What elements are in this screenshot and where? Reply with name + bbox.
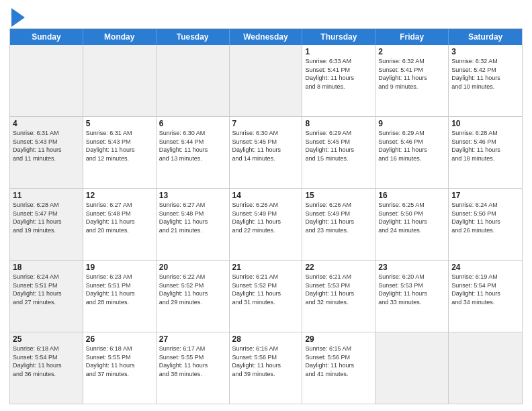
calendar-cell: 16Sunrise: 6:25 AM Sunset: 5:50 PM Dayli… [375, 189, 449, 260]
day-info: Sunrise: 6:25 AM Sunset: 5:50 PM Dayligh… [378, 201, 445, 234]
calendar-cell: 15Sunrise: 6:26 AM Sunset: 5:49 PM Dayli… [302, 189, 375, 260]
calendar-cell [375, 332, 449, 404]
calendar-cell: 28Sunrise: 6:16 AM Sunset: 5:56 PM Dayli… [230, 332, 303, 404]
day-info: Sunrise: 6:21 AM Sunset: 5:52 PM Dayligh… [232, 273, 300, 306]
calendar-cell [83, 45, 157, 116]
day-info: Sunrise: 6:32 AM Sunset: 5:41 PM Dayligh… [378, 57, 445, 91]
day-number: 8 [305, 119, 372, 128]
calendar-cell: 12Sunrise: 6:27 AM Sunset: 5:48 PM Dayli… [83, 189, 157, 260]
calendar-header-cell: Saturday [449, 29, 522, 45]
day-info: Sunrise: 6:23 AM Sunset: 5:51 PM Dayligh… [86, 273, 153, 306]
day-number: 10 [451, 119, 519, 128]
day-number: 20 [159, 263, 226, 272]
calendar-cell: 20Sunrise: 6:22 AM Sunset: 5:52 PM Dayli… [157, 261, 230, 332]
day-info: Sunrise: 6:17 AM Sunset: 5:55 PM Dayligh… [159, 345, 226, 378]
calendar-body: 1Sunrise: 6:33 AM Sunset: 5:41 PM Daylig… [10, 45, 522, 404]
calendar-cell: 2Sunrise: 6:32 AM Sunset: 5:41 PM Daylig… [375, 45, 449, 116]
day-number: 26 [86, 334, 153, 344]
day-info: Sunrise: 6:27 AM Sunset: 5:48 PM Dayligh… [86, 201, 153, 234]
calendar-cell: 13Sunrise: 6:27 AM Sunset: 5:48 PM Dayli… [157, 189, 230, 260]
day-info: Sunrise: 6:19 AM Sunset: 5:54 PM Dayligh… [451, 273, 519, 306]
logo-icon [11, 8, 25, 27]
day-number: 17 [451, 191, 519, 200]
calendar-header-cell: Sunday [10, 29, 83, 45]
day-info: Sunrise: 6:20 AM Sunset: 5:53 PM Dayligh… [378, 273, 445, 306]
day-info: Sunrise: 6:27 AM Sunset: 5:48 PM Dayligh… [159, 201, 226, 234]
calendar-header: SundayMondayTuesdayWednesdayThursdayFrid… [10, 29, 522, 45]
day-number: 23 [378, 263, 445, 272]
day-number: 24 [451, 263, 519, 272]
calendar-row: 1Sunrise: 6:33 AM Sunset: 5:41 PM Daylig… [10, 45, 522, 117]
day-info: Sunrise: 6:15 AM Sunset: 5:56 PM Dayligh… [305, 345, 372, 378]
calendar-cell: 29Sunrise: 6:15 AM Sunset: 5:56 PM Dayli… [302, 332, 375, 404]
page: SundayMondayTuesdayWednesdayThursdayFrid… [0, 0, 532, 411]
calendar-cell: 10Sunrise: 6:28 AM Sunset: 5:46 PM Dayli… [449, 117, 522, 188]
calendar-header-cell: Wednesday [230, 29, 303, 45]
day-info: Sunrise: 6:18 AM Sunset: 5:55 PM Dayligh… [86, 345, 153, 378]
calendar-header-cell: Monday [83, 29, 157, 45]
calendar-cell: 5Sunrise: 6:31 AM Sunset: 5:43 PM Daylig… [83, 117, 157, 188]
day-number: 29 [305, 334, 372, 344]
svg-marker-0 [11, 8, 25, 27]
calendar-cell: 27Sunrise: 6:17 AM Sunset: 5:55 PM Dayli… [157, 332, 230, 404]
day-number: 5 [86, 119, 153, 128]
day-info: Sunrise: 6:28 AM Sunset: 5:47 PM Dayligh… [13, 201, 80, 234]
day-number: 21 [232, 263, 300, 272]
day-number: 3 [451, 47, 519, 56]
calendar-cell: 17Sunrise: 6:24 AM Sunset: 5:50 PM Dayli… [449, 189, 522, 260]
calendar-cell: 8Sunrise: 6:29 AM Sunset: 5:45 PM Daylig… [302, 117, 375, 188]
calendar-cell: 3Sunrise: 6:32 AM Sunset: 5:42 PM Daylig… [449, 45, 522, 116]
calendar-row: 18Sunrise: 6:24 AM Sunset: 5:51 PM Dayli… [10, 261, 522, 332]
day-info: Sunrise: 6:24 AM Sunset: 5:50 PM Dayligh… [451, 201, 519, 234]
day-number: 25 [13, 334, 80, 344]
calendar-cell: 9Sunrise: 6:29 AM Sunset: 5:46 PM Daylig… [375, 117, 449, 188]
calendar-cell: 11Sunrise: 6:28 AM Sunset: 5:47 PM Dayli… [10, 189, 83, 260]
day-number: 4 [13, 119, 80, 128]
day-number: 19 [86, 263, 153, 272]
calendar-cell: 14Sunrise: 6:26 AM Sunset: 5:49 PM Dayli… [230, 189, 303, 260]
day-info: Sunrise: 6:26 AM Sunset: 5:49 PM Dayligh… [232, 201, 300, 234]
day-number: 22 [305, 263, 372, 272]
calendar-cell: 6Sunrise: 6:30 AM Sunset: 5:44 PM Daylig… [157, 117, 230, 188]
day-number: 13 [159, 191, 226, 200]
day-info: Sunrise: 6:18 AM Sunset: 5:54 PM Dayligh… [13, 345, 80, 378]
calendar-cell: 18Sunrise: 6:24 AM Sunset: 5:51 PM Dayli… [10, 261, 83, 332]
day-number: 7 [232, 119, 300, 128]
day-info: Sunrise: 6:24 AM Sunset: 5:51 PM Dayligh… [13, 273, 80, 306]
calendar-row: 4Sunrise: 6:31 AM Sunset: 5:43 PM Daylig… [10, 117, 522, 189]
calendar-cell: 24Sunrise: 6:19 AM Sunset: 5:54 PM Dayli… [449, 261, 522, 332]
day-number: 1 [305, 47, 372, 56]
calendar-cell: 19Sunrise: 6:23 AM Sunset: 5:51 PM Dayli… [83, 261, 157, 332]
day-info: Sunrise: 6:29 AM Sunset: 5:45 PM Dayligh… [305, 129, 372, 163]
calendar-cell [449, 332, 522, 404]
day-info: Sunrise: 6:21 AM Sunset: 5:53 PM Dayligh… [305, 273, 372, 306]
day-info: Sunrise: 6:30 AM Sunset: 5:45 PM Dayligh… [232, 129, 300, 163]
calendar-cell [157, 45, 230, 116]
day-info: Sunrise: 6:22 AM Sunset: 5:52 PM Dayligh… [159, 273, 226, 306]
calendar-header-cell: Tuesday [157, 29, 230, 45]
calendar-row: 11Sunrise: 6:28 AM Sunset: 5:47 PM Dayli… [10, 189, 522, 261]
day-number: 28 [232, 334, 300, 344]
day-number: 16 [378, 191, 445, 200]
calendar: SundayMondayTuesdayWednesdayThursdayFrid… [9, 28, 523, 404]
day-number: 27 [159, 334, 226, 344]
calendar-cell: 23Sunrise: 6:20 AM Sunset: 5:53 PM Dayli… [375, 261, 449, 332]
calendar-cell: 22Sunrise: 6:21 AM Sunset: 5:53 PM Dayli… [302, 261, 375, 332]
header [9, 7, 523, 27]
day-number: 15 [305, 191, 372, 200]
calendar-cell: 1Sunrise: 6:33 AM Sunset: 5:41 PM Daylig… [302, 45, 375, 116]
calendar-cell: 4Sunrise: 6:31 AM Sunset: 5:43 PM Daylig… [10, 117, 83, 188]
day-info: Sunrise: 6:29 AM Sunset: 5:46 PM Dayligh… [378, 129, 445, 163]
day-number: 9 [378, 119, 445, 128]
day-number: 2 [378, 47, 445, 56]
day-number: 11 [13, 191, 80, 200]
day-info: Sunrise: 6:31 AM Sunset: 5:43 PM Dayligh… [13, 129, 80, 163]
day-info: Sunrise: 6:30 AM Sunset: 5:44 PM Dayligh… [159, 129, 226, 163]
calendar-row: 25Sunrise: 6:18 AM Sunset: 5:54 PM Dayli… [10, 332, 522, 404]
calendar-cell: 25Sunrise: 6:18 AM Sunset: 5:54 PM Dayli… [10, 332, 83, 404]
day-info: Sunrise: 6:31 AM Sunset: 5:43 PM Dayligh… [86, 129, 153, 163]
day-info: Sunrise: 6:32 AM Sunset: 5:42 PM Dayligh… [451, 57, 519, 91]
day-number: 18 [13, 263, 80, 272]
day-info: Sunrise: 6:28 AM Sunset: 5:46 PM Dayligh… [451, 129, 519, 163]
logo [9, 9, 25, 27]
